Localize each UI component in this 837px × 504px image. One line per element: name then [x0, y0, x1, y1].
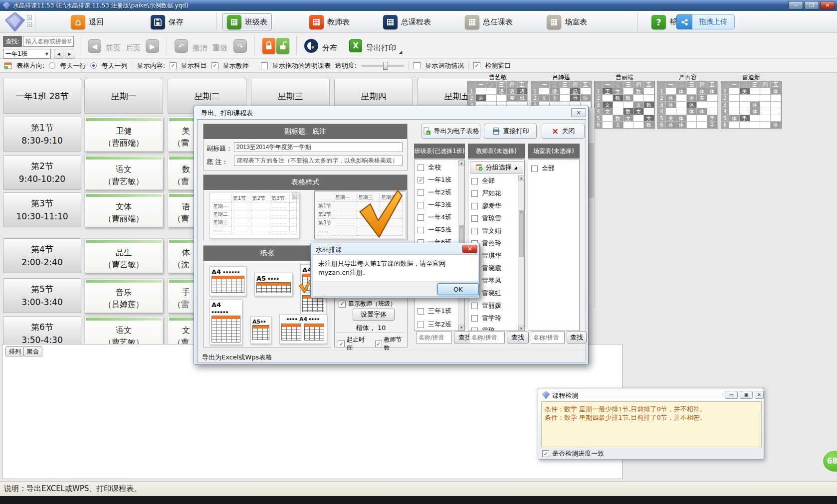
mini-table-cell[interactable]	[476, 88, 486, 95]
opacity-slider[interactable]	[361, 65, 404, 67]
checkbox-icon[interactable]	[418, 202, 424, 208]
mini-table-cell[interactable]: 美	[666, 115, 676, 122]
mini-table-cell[interactable]: 文	[539, 95, 550, 102]
mini-table-cell[interactable]: 班	[517, 95, 528, 102]
course-cell[interactable]: 品生（曹艺敏）	[84, 238, 163, 273]
lock-icon[interactable]	[262, 38, 275, 54]
drag-upload-button[interactable]: 拖拽上传	[676, 14, 735, 29]
undo-icon[interactable]: ↶	[175, 39, 188, 53]
checkbox-icon[interactable]	[418, 214, 424, 221]
mini-table-cell[interactable]	[707, 102, 718, 109]
mini-table-cell[interactable]	[729, 108, 740, 115]
mini-table-cell[interactable]	[624, 88, 634, 95]
checkbox-show-moves[interactable]	[414, 62, 420, 69]
mini-table-cell[interactable]: 文	[624, 115, 634, 122]
mini-table-cell[interactable]: 体	[666, 102, 676, 109]
mini-table-cell[interactable]: 品	[570, 88, 581, 95]
checkbox-icon[interactable]	[471, 178, 478, 184]
export-spreadsheet-button[interactable]: x 导出为电子表格	[421, 124, 480, 139]
mini-table-cell[interactable]: 卫	[550, 95, 560, 102]
footnote-input[interactable]	[234, 156, 403, 166]
mini-table-cell[interactable]	[771, 95, 781, 102]
mini-table-cell[interactable]	[581, 88, 591, 95]
mini-table-cell[interactable]	[771, 108, 781, 115]
mini-table-cell[interactable]	[676, 95, 687, 102]
checkbox-start-end-time[interactable]: ✓	[338, 340, 345, 347]
arrange-button[interactable]: 排列	[5, 346, 24, 356]
mini-table-cell[interactable]	[633, 115, 644, 122]
mini-table-cell[interactable]	[750, 88, 761, 95]
class-list-item[interactable]: ✓一年1班	[415, 174, 464, 185]
mini-table-cell[interactable]: 体	[697, 88, 707, 95]
teacher-search-button[interactable]: 查找	[507, 332, 529, 343]
mini-table-cell[interactable]: 数	[633, 88, 644, 95]
checkbox-icon[interactable]	[418, 189, 424, 196]
show-subject-label[interactable]: 显示科目	[181, 61, 207, 70]
paper-a4-landscape[interactable]: A4 ▪▪▪▪▪▪	[209, 266, 246, 296]
checkbox-show-subject[interactable]: ✓	[170, 62, 177, 69]
teacher-search-input[interactable]	[469, 332, 505, 343]
mini-table-cell[interactable]	[729, 88, 740, 95]
mini-table-cell[interactable]: 语	[507, 88, 517, 95]
mini-table-cell[interactable]	[760, 102, 771, 109]
show-ghost-label[interactable]: 显示拖动的透明课表	[272, 61, 331, 70]
class-list-item[interactable]: 三年1班	[415, 306, 464, 317]
checkbox-icon[interactable]	[418, 308, 424, 315]
distribute-label[interactable]: 分布	[322, 43, 337, 53]
logo-spin-up[interactable]: o	[27, 15, 32, 20]
mini-table-cell[interactable]: 语	[497, 88, 507, 95]
class-search-input[interactable]	[416, 332, 452, 343]
paper-a4-portrait[interactable]: A4▪▪▪▪▪▪	[209, 299, 242, 345]
unlock-icon[interactable]	[276, 38, 289, 54]
course-cell[interactable]: 卫健（曹丽端）	[84, 117, 163, 152]
close-button[interactable]: ✕	[820, 1, 835, 9]
mini-table-cell[interactable]	[676, 108, 687, 115]
mini-table-cell[interactable]: 数	[613, 95, 624, 102]
mini-table-cell[interactable]	[707, 108, 718, 115]
mini-table-cell[interactable]	[729, 122, 740, 129]
mini-table-cell[interactable]	[613, 102, 624, 109]
mini-table-cell[interactable]	[486, 88, 497, 95]
mini-table-cell[interactable]: 卫	[603, 88, 613, 95]
mini-table-cell[interactable]	[687, 122, 697, 129]
scrollbar[interactable]	[589, 108, 595, 307]
checkbox-icon[interactable]	[471, 228, 478, 234]
direct-print-button[interactable]: 直接打印	[484, 124, 537, 139]
mini-table-cell[interactable]	[740, 108, 750, 115]
tab-assignment-table[interactable]: 总任课表	[461, 13, 517, 30]
mini-table-cell[interactable]	[603, 95, 613, 102]
redo-icon[interactable]: ↷	[233, 39, 247, 53]
checkbox-icon[interactable]	[471, 303, 478, 309]
mini-table-cell[interactable]	[760, 115, 771, 122]
mini-table-cell[interactable]: 体	[771, 122, 781, 129]
close-dialog-button[interactable]: × 关闭	[542, 124, 585, 139]
mini-table-cell[interactable]	[603, 115, 613, 122]
class-list-item[interactable]: 一年3班	[415, 199, 464, 210]
radio-col-per-day[interactable]	[90, 62, 97, 69]
mini-table-cell[interactable]	[644, 108, 654, 115]
mini-table-cell[interactable]	[687, 115, 697, 122]
mini-table-cell[interactable]: 数	[613, 115, 624, 122]
mini-table-cell[interactable]	[624, 102, 634, 109]
mini-table-cell[interactable]: 数	[644, 122, 654, 129]
mini-table-cell[interactable]	[497, 95, 507, 102]
checkbox-icon[interactable]	[418, 227, 424, 233]
mini-table-cell[interactable]: 体	[676, 88, 687, 95]
dialog-close-icon[interactable]: ✕	[571, 108, 586, 117]
mini-table-cell[interactable]	[750, 115, 761, 122]
prev-page-arrow-icon[interactable]: ◀	[88, 39, 101, 53]
find-input[interactable]	[23, 36, 74, 47]
paper-a4-dual[interactable]: ▪▪▪▪ A4 ▪▪▪▪	[279, 314, 327, 344]
teacher-list-item[interactable]: 全部	[468, 175, 524, 186]
mini-table-cell[interactable]: 体	[729, 115, 740, 122]
tab-teacher-table[interactable]: 教师表	[305, 13, 354, 30]
mini-table-cell[interactable]: 体	[750, 108, 761, 115]
mini-table-cell[interactable]	[687, 88, 697, 95]
progress-consistent-label[interactable]: 是否检测进度一致	[552, 449, 604, 458]
next-page-label[interactable]: 后页	[126, 43, 141, 53]
teacher-list-item[interactable]: 雷琼雪	[468, 213, 524, 224]
class-list-item[interactable]: 一年4班	[415, 212, 464, 223]
scrollbar-thumb[interactable]	[589, 143, 594, 198]
teacher-list-item[interactable]: 廖爱华	[468, 200, 524, 211]
prev-page-label[interactable]: 前页	[106, 43, 121, 53]
